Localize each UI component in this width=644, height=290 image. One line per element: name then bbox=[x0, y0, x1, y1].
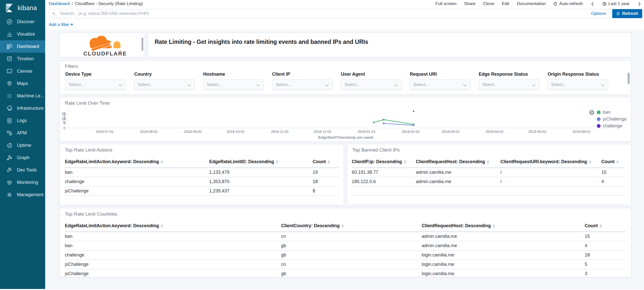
table-row[interactable]: jsChallenge cn login.camilia.me 5 bbox=[65, 260, 626, 269]
column-header[interactable]: ClientRequestURI.keyword: Descending bbox=[500, 157, 601, 168]
sidebar-item-graph[interactable]: Graph bbox=[0, 152, 45, 164]
edit-button[interactable]: Edit bbox=[502, 1, 509, 6]
cloud-server-icon bbox=[6, 105, 13, 112]
table-row[interactable]: 60.191.38.77 admin.camilia.me / 15 bbox=[352, 168, 625, 177]
sort-icon[interactable] bbox=[589, 160, 591, 164]
edge-response-status-select[interactable]: Select... bbox=[479, 79, 539, 90]
sidebar-item-dev-tools[interactable]: Dev Tools bbox=[0, 164, 45, 176]
legend-expand-icon[interactable] bbox=[589, 110, 595, 115]
sidebar-item-visualize[interactable]: Visualize bbox=[0, 28, 45, 40]
sort-icon[interactable] bbox=[600, 224, 602, 228]
cell: 1,133,479 bbox=[209, 168, 313, 177]
column-header[interactable]: Count bbox=[313, 157, 339, 168]
table-row[interactable]: challenge gb login.camilia.me 18 bbox=[65, 250, 626, 260]
sidebar-item-canvas[interactable]: Canvas bbox=[0, 65, 45, 77]
cell: 1,239,437 bbox=[209, 186, 313, 196]
legend-label: challenge bbox=[603, 123, 622, 129]
table-row[interactable]: jsChallenge gb login.camilia.me 3 bbox=[65, 269, 626, 277]
table-row[interactable]: ban cn admin.camilia.me 15 bbox=[65, 232, 626, 241]
sidebar-item-discover[interactable]: Discover bbox=[0, 16, 45, 28]
sidebar-item-machine-learning[interactable]: Machine Le... bbox=[0, 90, 45, 102]
time-back-button[interactable] bbox=[591, 2, 595, 6]
time-picker-button[interactable]: Last 1 year bbox=[602, 1, 630, 6]
sort-icon[interactable] bbox=[161, 224, 163, 228]
scrollbar-thumb[interactable] bbox=[628, 73, 630, 84]
sort-icon[interactable] bbox=[616, 160, 619, 164]
sidebar-item-management[interactable]: Management bbox=[0, 189, 45, 201]
chevron-down-icon bbox=[187, 83, 191, 86]
column-header[interactable]: ClientIP.ip: Descending bbox=[352, 157, 416, 168]
filter-bar: Add a filter + bbox=[45, 19, 644, 30]
share-button[interactable]: Share bbox=[464, 1, 475, 6]
column-header[interactable]: ClientRequestHost: Descending bbox=[422, 221, 585, 232]
request-uri-select[interactable]: Select... bbox=[410, 79, 470, 90]
window-edge bbox=[0, 289, 644, 290]
documentation-link[interactable]: Documentation bbox=[517, 1, 546, 6]
legend-items: ban jsChallenge challenge bbox=[597, 109, 627, 129]
map-pin-icon bbox=[6, 80, 13, 87]
clone-button[interactable]: Clone bbox=[483, 1, 494, 6]
sidebar-item-dashboard[interactable]: Dashboard bbox=[0, 40, 45, 53]
device-type-select[interactable]: Select... bbox=[65, 79, 126, 90]
sidebar-item-maps[interactable]: Maps bbox=[0, 77, 45, 90]
legend-item-challenge[interactable]: challenge bbox=[597, 123, 627, 129]
cloudflare-logo: CLOUDFLARE ® bbox=[64, 34, 140, 57]
sidebar-item-logs[interactable]: Logs bbox=[0, 114, 45, 127]
auto-refresh-button[interactable]: Auto-refresh bbox=[553, 1, 583, 6]
legend-item-jschallenge[interactable]: jsChallenge bbox=[597, 116, 627, 123]
sidebar-item-apm[interactable]: APM bbox=[0, 127, 45, 139]
column-header[interactable]: ClientRequestHost: Descending bbox=[416, 157, 500, 168]
table-row[interactable]: 185.122.0.6 admin.camilia.me / 4 bbox=[352, 177, 625, 186]
dashboard-description-title: Rate Limiting - Get insights into rate l… bbox=[155, 39, 368, 45]
sidebar-item-infrastructure[interactable]: Infrastructure bbox=[0, 102, 45, 114]
sort-icon[interactable] bbox=[341, 224, 344, 228]
refresh-button[interactable]: Refresh bbox=[612, 9, 642, 18]
column-header[interactable]: Count bbox=[585, 221, 626, 232]
table-row[interactable]: ban 1,133,479 19 bbox=[65, 168, 339, 177]
dashboard-description-panel: Rate Limiting - Get insights into rate l… bbox=[148, 33, 631, 57]
cell: login.camilia.me bbox=[422, 260, 585, 269]
sidebar-item-uptime[interactable]: Uptime bbox=[0, 139, 45, 152]
filter-label: User Agent bbox=[341, 72, 401, 77]
sidebar-item-label: Infrastructure bbox=[17, 106, 44, 111]
heartbeat-icon bbox=[6, 179, 13, 186]
chevron-down-icon bbox=[119, 83, 122, 86]
scrollbar-thumb[interactable] bbox=[142, 38, 143, 51]
breadcrumb-dashboard-link[interactable]: Dashboard bbox=[49, 1, 70, 6]
sort-icon[interactable] bbox=[328, 160, 330, 164]
client-ip-select[interactable]: Select... bbox=[272, 79, 333, 90]
svg-text:2018-09-01: 2018-09-01 bbox=[184, 130, 202, 134]
column-header[interactable]: EdgeRateLimitAction.keyword: Descending bbox=[65, 221, 281, 232]
column-header[interactable]: EdgeRateLimitAction.keyword: Descending bbox=[65, 157, 209, 168]
legend-item-ban[interactable]: ban bbox=[597, 109, 627, 116]
kibana-logo[interactable]: kibana bbox=[0, 0, 45, 16]
user-agent-select[interactable]: Select... bbox=[341, 79, 401, 90]
sidebar-item-monitoring[interactable]: Monitoring bbox=[0, 176, 45, 189]
uptime-icon bbox=[6, 142, 13, 149]
sidebar-item-label: Management bbox=[17, 192, 43, 197]
origin-response-status-select[interactable]: Select... bbox=[548, 79, 608, 90]
column-header[interactable]: EdgeRateLimitID: Descending bbox=[209, 157, 313, 168]
table-row[interactable]: challenge 1,353,870 18 bbox=[65, 177, 339, 186]
sidebar-item-label: Machine Le... bbox=[17, 93, 44, 99]
search-input[interactable] bbox=[60, 11, 591, 16]
column-header[interactable]: ClientCountry: Descending bbox=[281, 221, 422, 232]
column-header[interactable]: Count bbox=[601, 157, 625, 168]
cell: challenge bbox=[65, 177, 209, 186]
sort-icon[interactable] bbox=[161, 160, 163, 164]
filter-edge-response-status: Edge Response Status Select... bbox=[479, 72, 539, 90]
full-screen-button[interactable]: Full screen bbox=[436, 1, 457, 6]
sort-icon[interactable] bbox=[493, 224, 495, 228]
sort-icon[interactable] bbox=[487, 160, 489, 164]
table-row[interactable]: ban gb admin.camilia.me 4 bbox=[65, 241, 626, 250]
sort-icon[interactable] bbox=[404, 160, 406, 164]
time-forward-button[interactable] bbox=[637, 2, 641, 6]
filter-origin-response-status: Origin Response Status Select... bbox=[548, 72, 608, 90]
country-select[interactable]: Select... bbox=[134, 79, 195, 90]
sidebar-item-timelion[interactable]: Timelion bbox=[0, 53, 45, 65]
sort-icon[interactable] bbox=[276, 160, 278, 164]
hostname-select[interactable]: Select... bbox=[203, 79, 264, 90]
table-row[interactable]: jsChallenge 1,239,437 8 bbox=[65, 186, 339, 196]
add-filter-button[interactable]: Add a filter + bbox=[49, 22, 73, 27]
query-options-link[interactable]: Options bbox=[591, 11, 606, 16]
